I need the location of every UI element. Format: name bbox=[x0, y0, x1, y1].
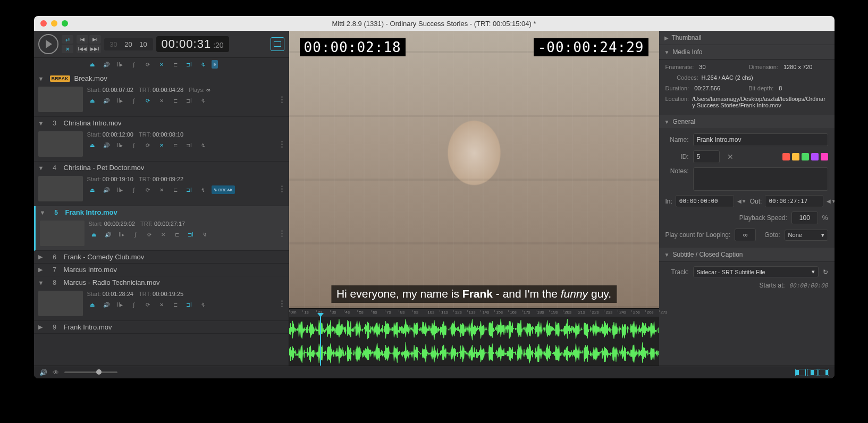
eject-icon[interactable]: ⏏ bbox=[87, 141, 98, 149]
loop-icon[interactable]: ⟳ bbox=[142, 96, 153, 105]
loop-toggle[interactable]: ⇄ bbox=[62, 35, 73, 44]
drag-handle[interactable] bbox=[280, 87, 284, 112]
speed-input[interactable]: 100 bbox=[791, 212, 818, 224]
goto-icon[interactable]: ↯ bbox=[198, 185, 208, 194]
name-input[interactable]: Frank Intro.mov bbox=[693, 133, 828, 146]
subtitle-track-select[interactable]: Sidecar - SRT Subtitle File▾ bbox=[693, 266, 819, 277]
drag-handle[interactable] bbox=[280, 131, 284, 157]
clear-color-button[interactable]: ✕ bbox=[727, 153, 734, 161]
color-swatch[interactable] bbox=[782, 153, 790, 160]
in-point-input[interactable]: 00:00:00:00 bbox=[676, 195, 734, 207]
loop-icon[interactable]: ⟳ bbox=[142, 141, 153, 149]
timeline-ruler[interactable]: 0m1s2s3s4s5s6s7s8s9s10s11s12s13s14s15s16… bbox=[289, 309, 659, 317]
color-swatch[interactable] bbox=[802, 153, 809, 160]
cue-row[interactable]: ▼ BREAK Break.mov Start: 00:00:07:02TRT:… bbox=[34, 72, 289, 117]
goto-icon[interactable]: ↯ bbox=[198, 60, 208, 69]
layout-right-button[interactable] bbox=[819, 369, 829, 376]
subtitle-section-header[interactable]: ▼Subtitle / Closed Caption bbox=[659, 248, 835, 262]
chevron-icon[interactable]: ▶ bbox=[38, 253, 46, 260]
notes-input[interactable] bbox=[693, 167, 828, 191]
cue-row[interactable]: ▼ 4 Christina - Pet Doctor.mov Start: 00… bbox=[34, 162, 289, 206]
trim-in-icon[interactable]: ⊏ bbox=[172, 230, 182, 239]
prev-cue-button[interactable]: I◀ bbox=[77, 35, 88, 44]
goto-icon[interactable]: ↯ bbox=[198, 300, 208, 309]
chevron-icon[interactable]: ▶ bbox=[38, 266, 46, 273]
cue-row[interactable]: ▼ 5 Frank Intro.mov Start: 00:00:29:02TR… bbox=[34, 206, 289, 251]
curve-icon[interactable]: ∫ bbox=[130, 230, 141, 239]
master-volume-icon[interactable]: 🔊 bbox=[39, 369, 47, 376]
refresh-track-button[interactable]: ↻ bbox=[823, 268, 828, 276]
trim-in-icon[interactable]: ⊏ bbox=[170, 60, 181, 69]
forward-button[interactable]: ▶▶I bbox=[89, 45, 101, 53]
waveform[interactable] bbox=[289, 317, 659, 366]
volume-slider[interactable] bbox=[64, 371, 117, 373]
curve-icon[interactable]: ∫ bbox=[129, 60, 139, 69]
goto-icon[interactable]: ↯ bbox=[198, 96, 208, 105]
chevron-icon[interactable]: ▼ bbox=[38, 280, 46, 286]
playhead[interactable] bbox=[320, 317, 321, 366]
cue-row[interactable]: ▶ 9 Frank Intro.mov bbox=[34, 321, 289, 334]
color-swatch[interactable] bbox=[821, 153, 828, 160]
eject-icon[interactable]: ⏏ bbox=[87, 60, 98, 69]
curve-icon[interactable]: ∫ bbox=[129, 96, 139, 105]
in-step[interactable]: ◀▼ bbox=[737, 198, 747, 204]
trim-out-icon[interactable]: ⊐I bbox=[186, 230, 196, 239]
shuffle-icon[interactable]: ✕ bbox=[156, 96, 167, 105]
trim-in-icon[interactable]: ⊏ bbox=[170, 185, 181, 194]
loop-icon[interactable]: ⟳ bbox=[144, 230, 155, 239]
volume-icon[interactable]: 🔊 bbox=[101, 300, 112, 309]
skip-20[interactable]: 20 bbox=[122, 40, 135, 48]
thumbnail-section-header[interactable]: ▶Thumbnail bbox=[659, 31, 835, 45]
pause-icon[interactable]: II▸ bbox=[116, 230, 127, 239]
drag-handle[interactable] bbox=[280, 291, 284, 316]
pause-icon[interactable]: II▸ bbox=[115, 141, 125, 149]
visibility-icon[interactable]: 👁 bbox=[53, 369, 59, 376]
shuffle-icon[interactable]: ✕ bbox=[158, 230, 168, 239]
chevron-icon[interactable]: ▶ bbox=[38, 324, 46, 331]
eject-icon[interactable]: ⏏ bbox=[89, 230, 99, 239]
trim-in-icon[interactable]: ⊏ bbox=[170, 300, 181, 309]
shuffle-icon[interactable]: ✕ bbox=[156, 300, 167, 309]
goto-select[interactable]: None▾ bbox=[785, 230, 828, 241]
chevron-icon[interactable]: ▼ bbox=[38, 75, 46, 82]
chevron-icon[interactable]: ▼ bbox=[40, 209, 47, 216]
layout-center-button[interactable] bbox=[807, 369, 818, 376]
drag-handle[interactable] bbox=[280, 221, 284, 246]
trim-in-icon[interactable]: ⊏ bbox=[170, 96, 181, 105]
color-swatch[interactable] bbox=[811, 153, 819, 160]
loop-count-input[interactable]: ∞ bbox=[735, 229, 756, 241]
main-timecode[interactable]: 00:00:31:20 bbox=[156, 36, 229, 52]
shuffle-icon[interactable]: ✕ bbox=[156, 60, 167, 69]
shuffle-icon[interactable]: ✕ bbox=[156, 141, 167, 149]
eject-icon[interactable]: ⏏ bbox=[87, 300, 98, 309]
trim-out-icon[interactable]: ⊐I bbox=[184, 60, 195, 69]
drag-handle[interactable] bbox=[280, 176, 284, 201]
skip-30[interactable]: 30 bbox=[107, 40, 120, 48]
volume-icon[interactable]: 🔊 bbox=[103, 230, 113, 239]
chevron-icon[interactable]: ▼ bbox=[38, 165, 46, 171]
curve-icon[interactable]: ∫ bbox=[129, 300, 139, 309]
cue-row[interactable]: ▼ 3 Christina Intro.mov Start: 00:00:12:… bbox=[34, 117, 289, 162]
id-input[interactable]: 5 bbox=[693, 150, 720, 163]
cue-row[interactable]: ▶ 7 Marcus Intro.mov bbox=[34, 264, 289, 276]
cue-row[interactable]: ▼ 8 Marcus - Radio Technician.mov Start:… bbox=[34, 276, 289, 321]
shuffle-icon[interactable]: ✕ bbox=[156, 185, 167, 194]
trim-out-icon[interactable]: ⊐I bbox=[184, 300, 195, 309]
media-info-section-header[interactable]: ▼Media Info bbox=[659, 45, 835, 60]
layout-left-button[interactable] bbox=[795, 369, 806, 376]
cue-row[interactable]: ▶ 6 Frank - Comedy Club.mov bbox=[34, 251, 289, 264]
trim-in-icon[interactable]: ⊏ bbox=[170, 141, 181, 149]
pause-icon[interactable]: II▸ bbox=[115, 300, 125, 309]
video-preview[interactable]: 00:00:02:18 -00:00:24:29 Hi everyone, my… bbox=[289, 31, 659, 308]
trim-out-icon[interactable]: ⊐I bbox=[184, 96, 195, 105]
skip-10[interactable]: 10 bbox=[137, 40, 150, 48]
loop-icon[interactable]: ⟳ bbox=[142, 60, 153, 69]
eject-icon[interactable]: ⏏ bbox=[87, 185, 98, 194]
minimize-window-button[interactable] bbox=[51, 20, 57, 27]
close-window-button[interactable] bbox=[40, 20, 47, 27]
pause-icon[interactable]: II▸ bbox=[115, 96, 125, 105]
pause-icon[interactable]: II▸ bbox=[115, 60, 125, 69]
play-button[interactable] bbox=[38, 34, 58, 54]
volume-icon[interactable]: 🔊 bbox=[101, 185, 112, 194]
zoom-window-button[interactable] bbox=[62, 20, 68, 27]
